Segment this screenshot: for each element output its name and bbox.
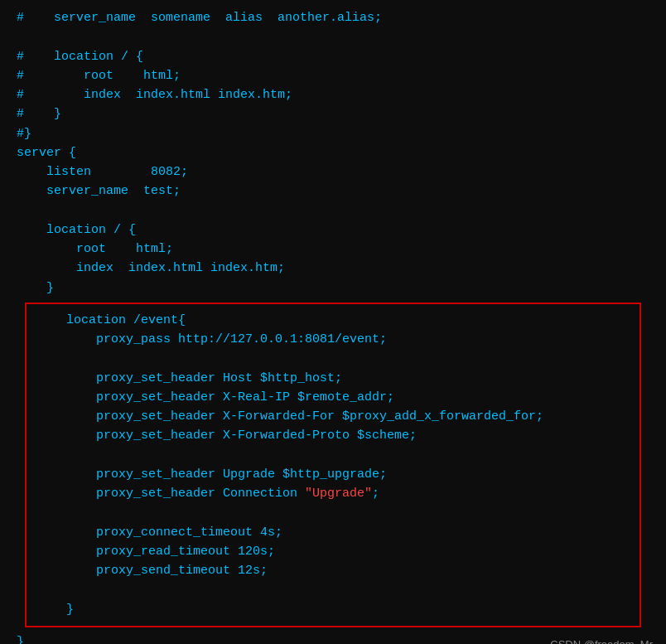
code-line-6: # } xyxy=(17,104,649,123)
h-line-16: } xyxy=(36,600,630,619)
h-line-5: proxy_set_header X-Real-IP $remote_addr; xyxy=(36,388,630,407)
code-line-10: server_name test; xyxy=(17,182,649,201)
h-line-13: proxy_read_timeout 120s; xyxy=(36,542,630,561)
h-line-2: proxy_pass http://127.0.0.1:8081/event; xyxy=(36,330,630,349)
h-line-11 xyxy=(36,503,630,522)
h-line-6: proxy_set_header X-Forwarded-For $proxy_… xyxy=(36,407,630,426)
code-line-3: # location / { xyxy=(17,47,649,66)
code-line-14: index index.html index.htm; xyxy=(17,259,649,278)
h-line-10: proxy_set_header Connection "Upgrade"; xyxy=(36,484,630,503)
h-line-1: location /event{ xyxy=(36,311,630,330)
highlighted-code-block: location /event{ proxy_pass http://127.0… xyxy=(25,303,641,627)
code-line-9: listen 8082; xyxy=(17,162,649,182)
code-line-12: location / { xyxy=(17,220,649,240)
h-line-14: proxy_send_timeout 12s; xyxy=(36,561,630,580)
code-line-15: } xyxy=(17,278,649,298)
h-line-10-string: "Upgrade" xyxy=(305,487,372,501)
h-line-12: proxy_connect_timeout 4s; xyxy=(36,523,630,542)
h-line-7: proxy_set_header X-Forwarded-Proto $sche… xyxy=(36,426,630,445)
h-line-10-before: proxy_set_header Connection xyxy=(36,487,305,501)
h-line-4: proxy_set_header Host $http_host; xyxy=(36,369,630,388)
h-line-9: proxy_set_header Upgrade $http_upgrade; xyxy=(36,465,630,484)
code-container: # server_name somename alias another.ali… xyxy=(0,0,666,644)
code-line-5: # index index.html index.htm; xyxy=(17,85,649,104)
code-line-13: root html; xyxy=(17,240,649,259)
code-line-11 xyxy=(17,201,649,220)
h-line-8 xyxy=(36,446,630,465)
code-line-8: server { xyxy=(17,143,649,162)
h-line-3 xyxy=(36,349,630,368)
code-line-4: # root html; xyxy=(17,66,649,85)
h-line-15 xyxy=(36,580,630,599)
code-line-1: # server_name somename alias another.ali… xyxy=(17,8,649,27)
code-line-7: #} xyxy=(17,124,649,143)
watermark: CSDN @freedom_Mr xyxy=(550,637,653,644)
h-line-10-after: ; xyxy=(372,487,379,501)
code-line-2 xyxy=(17,27,649,46)
